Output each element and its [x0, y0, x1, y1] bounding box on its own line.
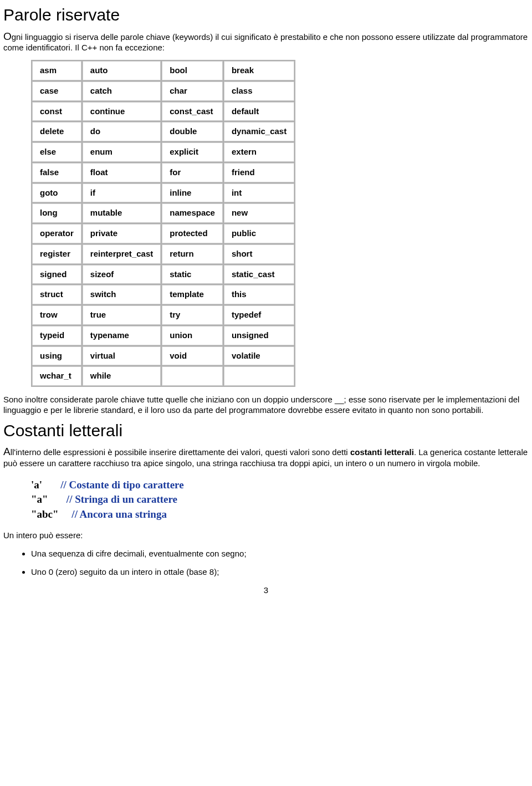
table-row: typeidtypenameunionunsigned: [32, 326, 294, 345]
keyword-cell: const_cast: [162, 102, 223, 121]
bullet-list: Una sequenza di cifre decimali, eventual…: [20, 549, 529, 578]
code-literal: "abc": [31, 508, 71, 520]
keyword-cell: try: [162, 305, 223, 325]
keyword-cell: struct: [32, 285, 81, 304]
table-row: usingvirtualvoidvolatile: [32, 346, 294, 366]
keyword-cell: else: [32, 142, 81, 162]
keyword-cell: enum: [83, 142, 161, 162]
heading-reserved-words: Parole riservate: [3, 4, 529, 25]
keyword-cell: float: [83, 163, 161, 182]
keyword-cell: auto: [83, 61, 161, 80]
keyword-cell: trow: [32, 305, 81, 325]
keyword-cell: long: [32, 203, 81, 223]
bold-term: costanti letterali: [350, 447, 414, 457]
code-literal: 'a': [31, 479, 60, 491]
table-row: trowtruetrytypedef: [32, 305, 294, 325]
code-line: "abc" // Ancora una stringa: [31, 507, 529, 522]
keyword-cell: operator: [32, 224, 81, 243]
list-item: Una sequenza di cifre decimali, eventual…: [31, 549, 529, 559]
keyword-cell: return: [162, 244, 223, 264]
code-literal: "a": [31, 493, 66, 505]
keyword-cell: delete: [32, 122, 81, 141]
keyword-cell: union: [162, 326, 223, 345]
intro-paragraph-1: Ogni linguaggio si riserva delle parole …: [3, 30, 529, 54]
keyword-cell: default: [224, 102, 294, 121]
keyword-cell: typeid: [32, 326, 81, 345]
keyword-cell: static_cast: [224, 265, 294, 284]
keyword-cell: goto: [32, 183, 81, 203]
keyword-cell: true: [83, 305, 161, 325]
page-number: 3: [3, 585, 529, 596]
keyword-cell: virtual: [83, 346, 161, 366]
keyword-cell: double: [162, 122, 223, 141]
keyword-cell: short: [224, 244, 294, 264]
keyword-cell: char: [162, 81, 223, 101]
keyword-cell: asm: [32, 61, 81, 80]
keyword-cell: signed: [32, 265, 81, 284]
keyword-cell: for: [162, 163, 223, 182]
keyword-cell: friend: [224, 163, 294, 182]
keyword-cell: void: [162, 346, 223, 366]
keyword-cell: catch: [83, 81, 161, 101]
keyword-cell: public: [224, 224, 294, 243]
table-row: longmutablenamespacenew: [32, 203, 294, 223]
keyword-cell: volatile: [224, 346, 294, 366]
keyword-cell: register: [32, 244, 81, 264]
keyword-cell: [224, 366, 294, 386]
keyword-cell: while: [83, 366, 161, 386]
table-row: falsefloatforfriend: [32, 163, 294, 182]
keyword-cell: wchar_t: [32, 366, 81, 386]
table-row: structswitchtemplatethis: [32, 285, 294, 304]
table-row: gotoifinlineint: [32, 183, 294, 203]
intro-text-a: ll'interno delle espressioni è possibile…: [11, 447, 350, 457]
keyword-cell: bool: [162, 61, 223, 80]
intro-paragraph-2: All'interno delle espressioni è possibil…: [3, 445, 529, 469]
table-row: registerreinterpret_castreturnshort: [32, 244, 294, 264]
code-comment: // Ancora una stringa: [71, 508, 167, 520]
keyword-cell: do: [83, 122, 161, 141]
keyword-cell: if: [83, 183, 161, 203]
dropcap: A: [3, 446, 11, 457]
keyword-cell: int: [224, 183, 294, 203]
heading-literal-constants: Costanti letterali: [3, 420, 529, 441]
list-item: Uno 0 (zero) seguito da un intero in ott…: [31, 567, 529, 578]
keyword-cell: typedef: [224, 305, 294, 325]
keyword-cell: break: [224, 61, 294, 80]
keyword-cell: sizeof: [83, 265, 161, 284]
table-row: casecatchcharclass: [32, 81, 294, 101]
keywords-table: asmautoboolbreakcasecatchcharclassconstc…: [31, 60, 295, 387]
keyword-cell: false: [32, 163, 81, 182]
keyword-cell: switch: [83, 285, 161, 304]
table-row: elseenumexplicitextern: [32, 142, 294, 162]
intro-text: gni linguaggio si riserva delle parole c…: [3, 32, 528, 53]
code-line: 'a' // Costante di tipo carattere: [31, 478, 529, 493]
dropcap: O: [3, 30, 12, 42]
code-line: "a" // Stringa di un carattere: [31, 492, 529, 507]
table-row: signedsizeofstaticstatic_cast: [32, 265, 294, 284]
underscore-paragraph: Sono inoltre considerate parole chiave t…: [3, 395, 529, 416]
code-comment: // Costante di tipo carattere: [60, 479, 183, 491]
keyword-cell: [162, 366, 223, 386]
table-row: deletedodoubledynamic_cast: [32, 122, 294, 141]
integer-intro: Un intero può essere:: [3, 530, 529, 541]
keyword-cell: explicit: [162, 142, 223, 162]
keyword-cell: template: [162, 285, 223, 304]
keyword-cell: mutable: [83, 203, 161, 223]
table-row: asmautoboolbreak: [32, 61, 294, 80]
keyword-cell: static: [162, 265, 223, 284]
keyword-cell: reinterpret_cast: [83, 244, 161, 264]
keyword-cell: case: [32, 81, 81, 101]
code-comment: // Stringa di un carattere: [66, 493, 177, 505]
keyword-cell: class: [224, 81, 294, 101]
keyword-cell: private: [83, 224, 161, 243]
keyword-cell: new: [224, 203, 294, 223]
table-row: constcontinueconst_castdefault: [32, 102, 294, 121]
keyword-cell: continue: [83, 102, 161, 121]
table-row: operatorprivateprotectedpublic: [32, 224, 294, 243]
keyword-cell: this: [224, 285, 294, 304]
keyword-cell: extern: [224, 142, 294, 162]
keyword-cell: using: [32, 346, 81, 366]
keyword-cell: dynamic_cast: [224, 122, 294, 141]
keyword-cell: unsigned: [224, 326, 294, 345]
table-row: wchar_twhile: [32, 366, 294, 386]
